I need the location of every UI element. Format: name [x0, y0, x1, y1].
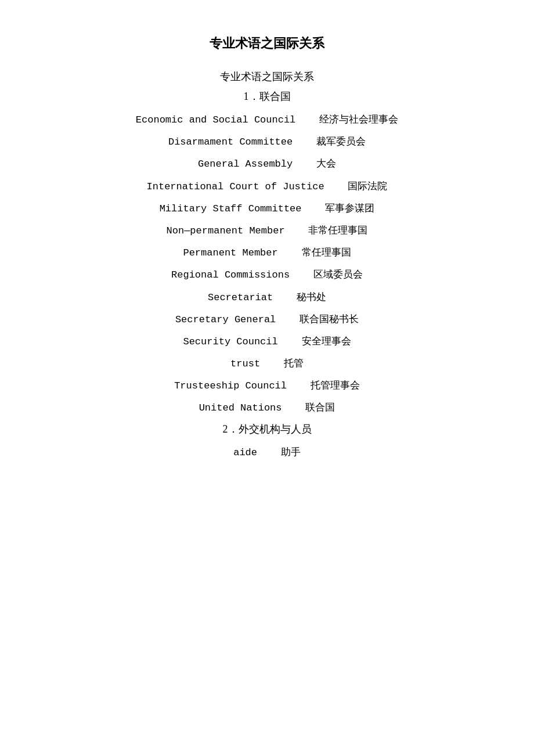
term-row-5: Non—permanent Member 非常任理事国 [46, 222, 488, 239]
term-zh-1: 裁军委员会 [316, 136, 366, 147]
subtitle: 专业术语之国际关系 [46, 70, 488, 84]
term-en-0: Economic and Social Council [136, 114, 295, 125]
term-en-9: Secretary General [175, 314, 276, 325]
term-zh-13: 联合国 [305, 402, 335, 413]
term-en-5: Non—permanent Member [167, 225, 285, 236]
term-row-12: Trusteeship Council 托管理事会 [46, 377, 488, 394]
term-en-2: General Assembly [198, 159, 293, 170]
term-zh-7: 区域委员会 [313, 269, 363, 280]
term-row-1: Disarmament Committee 裁军委员会 [46, 134, 488, 150]
term-en-6: Permanent Member [183, 247, 277, 258]
term-row-10: Security Council 安全理事会 [46, 333, 488, 350]
term-zh-6: 常任理事国 [302, 247, 351, 258]
term-en-8: Secretariat [208, 292, 273, 303]
page-title: 专业术语之国际关系 [46, 35, 488, 52]
section2-heading: 2．外交机构与人员 [46, 422, 488, 436]
term-row-13: United Nations 联合国 [46, 399, 488, 416]
term-en-3: International Court of Justice [147, 181, 324, 192]
term-zh-9: 联合国秘书长 [300, 314, 359, 325]
term-zh-4: 军事参谋团 [325, 203, 374, 214]
term-en-7: Regional Commissions [171, 269, 290, 280]
term-row-s2-0: aide 助手 [46, 444, 488, 460]
term-row-8: Secretariat 秘书处 [46, 289, 488, 305]
term-row-7: Regional Commissions 区域委员会 [46, 267, 488, 283]
term-row-0: Economic and Social Council 经济与社会理事会 [46, 111, 488, 128]
term-row-11: trust 托管 [46, 355, 488, 372]
term-zh-2: 大会 [316, 158, 336, 169]
term-zh-0: 经济与社会理事会 [319, 114, 398, 125]
term-row-3: International Court of Justice 国际法院 [46, 178, 488, 195]
term-zh-12: 托管理事会 [311, 380, 360, 391]
section1-heading: 1．联合国 [46, 89, 488, 103]
term-zh-s2-0: 助手 [281, 447, 301, 458]
term-en-12: Trusteeship Council [174, 380, 287, 391]
term-en-10: Security Council [183, 336, 277, 347]
term-en-11: trust [230, 358, 260, 369]
term-en-s2-0: aide [233, 447, 257, 458]
term-zh-3: 国际法院 [348, 181, 387, 192]
term-row-4: Military Staff Committee 军事参谋团 [46, 200, 488, 217]
term-en-1: Disarmament Committee [168, 136, 293, 147]
term-zh-10: 安全理事会 [302, 336, 351, 347]
term-zh-11: 托管 [284, 358, 304, 369]
term-en-13: United Nations [199, 402, 282, 413]
term-zh-8: 秘书处 [297, 291, 326, 303]
term-row-6: Permanent Member 常任理事国 [46, 244, 488, 261]
term-row-2: General Assembly 大会 [46, 156, 488, 172]
term-en-4: Military Staff Committee [160, 203, 302, 214]
term-zh-5: 非常任理事国 [308, 225, 367, 236]
term-row-9: Secretary General 联合国秘书长 [46, 311, 488, 327]
